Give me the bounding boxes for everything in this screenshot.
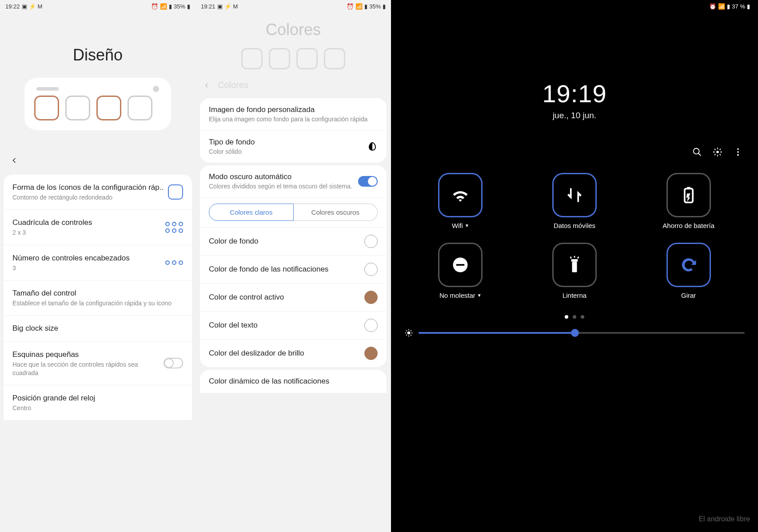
- row-sub: Colores divididos según el tema oscuro d…: [209, 182, 353, 190]
- qs-label[interactable]: Girar: [681, 292, 696, 299]
- row-title: Modo oscuro automático: [209, 172, 353, 181]
- row-custom-bg[interactable]: Imagen de fondo personalizada Elija una …: [200, 98, 387, 131]
- qs-label[interactable]: Linterna: [563, 292, 586, 299]
- rotate-icon: [679, 255, 698, 275]
- battery-text: 35%: [174, 3, 185, 10]
- row-title: Color del deslizador de brillo: [209, 349, 304, 358]
- panel-diseno: 19:22 ▣ ⚡ M ⏰ 📶 ▮ 35% ▮ Diseño: [0, 0, 195, 532]
- row-auto-dark[interactable]: Modo oscuro automático Colores divididos…: [200, 165, 387, 198]
- qs-button-rotate[interactable]: [666, 243, 711, 287]
- card-background: Imagen de fondo personalizada Elija una …: [200, 98, 387, 163]
- row-title: Color de fondo de las notificaciones: [209, 265, 328, 274]
- chevron-down-icon: ▼: [465, 223, 469, 228]
- chevron-down-icon: ▼: [477, 293, 482, 298]
- wifi-icon: 📶: [718, 3, 725, 10]
- qs-button-battery-saver[interactable]: [666, 173, 711, 217]
- qs-button-dnd[interactable]: [438, 243, 483, 287]
- qs-button-data[interactable]: [552, 173, 597, 217]
- qs-label[interactable]: Datos móviles: [554, 222, 595, 229]
- qs-tile-flashlight: Linterna: [522, 243, 627, 299]
- brightness-icon: [404, 328, 413, 337]
- battery-text: 35%: [369, 3, 381, 10]
- alarm-icon: ⏰: [151, 3, 158, 10]
- row-clock-position[interactable]: Posición grande del reloj Centro: [4, 385, 192, 420]
- preview-handle: [36, 87, 59, 91]
- row-sub: Color sólido: [209, 148, 255, 156]
- back-button[interactable]: [0, 148, 195, 175]
- row-big-clock[interactable]: Big clock size: [4, 316, 192, 342]
- signal-icon: ▮: [727, 3, 730, 10]
- settings-card: Forma de los íconos de la configuración …: [4, 175, 192, 420]
- qs-label[interactable]: No molestar: [439, 292, 475, 299]
- row-title: Color de fondo: [209, 237, 259, 246]
- row-title: Posición grande del reloj: [12, 393, 183, 403]
- row-sub: Hace que la sección de controles rápidos…: [12, 360, 164, 376]
- qs-button-wifi[interactable]: [438, 173, 483, 217]
- svg-rect-11: [571, 259, 578, 262]
- row-title: Tamaño del control: [12, 288, 183, 298]
- svg-line-21: [411, 335, 411, 336]
- wifi-icon: 📶: [355, 3, 363, 10]
- mail-icon: M: [38, 3, 43, 10]
- row-tile-size[interactable]: Tamaño del control Establece el tamaño d…: [4, 280, 192, 316]
- sticky-title: Colores: [218, 80, 248, 90]
- battery-saver-icon: [679, 185, 698, 205]
- qs-label[interactable]: Ahorro de batería: [662, 222, 714, 229]
- preview-tile-icon: [34, 96, 59, 120]
- svg-rect-10: [572, 262, 577, 272]
- row-header-count[interactable]: Número de controles encabezados 3: [4, 245, 192, 280]
- color-swatch: [364, 263, 378, 276]
- qs-grid: Wifi▼ Datos móviles Ahorro de batería No…: [391, 165, 758, 307]
- battery-icon: ▮: [187, 3, 190, 10]
- card-colors: Modo oscuro automático Colores divididos…: [200, 165, 387, 367]
- toggle-off[interactable]: [164, 358, 183, 368]
- more-icon[interactable]: [733, 147, 743, 157]
- row-small-corners[interactable]: Esquinas pequeñas Hace que la sección de…: [4, 342, 192, 385]
- row-bg-color[interactable]: Color de fondo: [200, 228, 387, 256]
- slider-thumb[interactable]: [571, 329, 579, 337]
- color-swatch: [364, 319, 378, 332]
- chevron-left-icon[interactable]: [203, 81, 211, 89]
- color-swatch: [364, 291, 378, 304]
- battery-icon: ▮: [747, 3, 750, 10]
- svg-line-22: [406, 335, 407, 336]
- qs-label[interactable]: Wifi: [452, 222, 463, 229]
- row-sub: Elija una imagen como fondo para la conf…: [209, 115, 367, 123]
- row-bg-type[interactable]: Tipo de fondo Color sólido: [200, 131, 387, 163]
- row-text-color[interactable]: Color del texto: [200, 312, 387, 340]
- slider-track[interactable]: [419, 332, 745, 334]
- qs-tile-rotate: Girar: [636, 243, 741, 299]
- status-bar: 19:21 ▣ ⚡ M ⏰ 📶 ▮ 35% ▮: [195, 0, 391, 12]
- contrast-icon: [367, 141, 378, 152]
- svg-point-5: [737, 154, 739, 156]
- svg-point-3: [737, 148, 739, 150]
- page-indicator[interactable]: [391, 315, 758, 319]
- qs-button-flashlight[interactable]: [552, 243, 597, 287]
- row-grid[interactable]: Cuadrícula de controles 2 x 3: [4, 210, 192, 245]
- row-dynamic-color[interactable]: Color dinámico de las notificaciones: [200, 370, 387, 393]
- row-active-color[interactable]: Color de control activo: [200, 284, 387, 312]
- gear-icon[interactable]: [713, 147, 722, 157]
- tab-dark[interactable]: Colores oscuros: [294, 204, 378, 221]
- qs-tile-dnd: No molestar▼: [408, 243, 513, 299]
- panel-colores: 19:21 ▣ ⚡ M ⏰ 📶 ▮ 35% ▮ Colores Colores …: [195, 0, 391, 532]
- wifi-icon: [451, 185, 470, 205]
- signal-icon: ▮: [364, 3, 367, 10]
- watermark: El androide libre: [698, 515, 750, 523]
- row-sub: Centro: [12, 404, 183, 412]
- signal-icon: ▮: [169, 3, 172, 10]
- row-notif-bg-color[interactable]: Color de fondo de las notificaciones: [200, 256, 387, 284]
- toggle-on[interactable]: [358, 176, 378, 187]
- tab-light[interactable]: Colores claros: [209, 204, 294, 221]
- row-sub: Establece el tamaño de la configuración …: [12, 299, 183, 307]
- row-icon-shape[interactable]: Forma de los íconos de la configuración …: [4, 175, 192, 210]
- battery-text: 37 %: [732, 3, 745, 10]
- svg-line-14: [578, 257, 578, 259]
- svg-rect-9: [456, 264, 464, 266]
- gallery-icon: ▣: [22, 3, 27, 10]
- row-slider-color[interactable]: Color del deslizador de brillo: [200, 340, 387, 367]
- row-sub: 3: [12, 264, 165, 272]
- brightness-slider[interactable]: [391, 319, 758, 341]
- search-icon[interactable]: [692, 147, 702, 157]
- battery-icon: ▮: [383, 3, 386, 10]
